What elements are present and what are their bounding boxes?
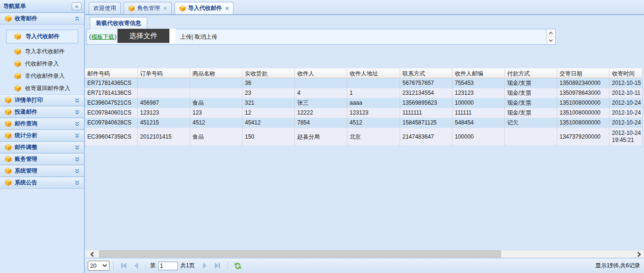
tab-close-icon[interactable]: ×: [226, 5, 229, 12]
table-body: ER717814365CS365676757657755453现金/支票1350…: [85, 78, 643, 146]
column-header[interactable]: 收寄时间: [610, 68, 643, 78]
total-pages-label: 共1页: [180, 262, 195, 270]
next-page-button[interactable]: [201, 261, 210, 271]
sidebar-section-8[interactable]: 系统公告: [0, 177, 84, 189]
table-cell: EC396047358CS: [85, 128, 138, 146]
refresh-button[interactable]: [233, 261, 243, 271]
table-row[interactable]: EC396047358CS2012101415食品150赵县分局北京214748…: [85, 128, 643, 146]
section-label: 系统公告: [15, 179, 37, 187]
section-label: 系统管理: [15, 167, 37, 175]
sidebar-item-label: 代收邮件录入: [25, 60, 59, 68]
spin-up-button[interactable]: [547, 30, 555, 37]
sidebar-section-0[interactable]: 收寄邮件: [0, 13, 84, 25]
section-label: 统计分析: [15, 132, 37, 140]
sidebar-section-2[interactable]: 投递邮件: [0, 106, 84, 118]
horizontal-scrollbar[interactable]: [85, 250, 644, 257]
table-cell: 1351008000000: [557, 108, 610, 118]
sidebar-item[interactable]: 代收邮件录入: [0, 58, 84, 70]
choose-file-button[interactable]: 选择文件: [117, 29, 169, 43]
column-header[interactable]: 交寄日期: [557, 68, 610, 78]
table-cell: 现金/支票: [505, 88, 557, 98]
template-download-link[interactable]: 模板下载: [92, 33, 114, 41]
column-header[interactable]: 邮件号码: [85, 68, 138, 78]
chevron-double-down-icon: [74, 180, 80, 186]
sidebar-section-4[interactable]: 统计分析: [0, 130, 84, 141]
last-page-button[interactable]: [213, 261, 222, 271]
package-icon: [5, 15, 12, 22]
table-cell: [347, 78, 400, 88]
sidebar-section-5[interactable]: 邮件调整: [0, 141, 84, 153]
spin-down-button[interactable]: [547, 37, 555, 44]
column-header[interactable]: 实收货款: [243, 68, 295, 78]
package-icon: [5, 120, 12, 127]
table-cell: 2012-10-24 19:45:21: [610, 128, 643, 146]
package-icon: [14, 85, 21, 92]
section-label: 账务管理: [15, 155, 37, 163]
sidebar-section-3[interactable]: 邮件查询: [0, 118, 84, 130]
sidebar-section-1[interactable]: 详情单打印: [0, 94, 84, 106]
scroll-right-button[interactable]: [635, 250, 643, 258]
sidebar-header: 导航菜单 «: [0, 0, 84, 13]
file-input-field[interactable]: [169, 29, 176, 43]
table-cell: 1350892340000: [557, 78, 610, 88]
page-prefix-label: 第: [150, 262, 156, 270]
column-header[interactable]: 收件人地址: [347, 68, 400, 78]
table-row[interactable]: EC097840628CS451215451245412785445121584…: [85, 118, 643, 128]
tab-close-icon[interactable]: ×: [163, 5, 167, 12]
sidebar-collapse-button[interactable]: «: [72, 2, 82, 10]
cancel-upload-link[interactable]: 取消上传: [194, 33, 217, 40]
page-size-select[interactable]: 20: [88, 261, 109, 271]
column-header[interactable]: 商品名称: [190, 68, 243, 78]
tab-1[interactable]: 角色管理 ×: [124, 2, 172, 14]
tab-2[interactable]: 导入代收邮件 ×: [175, 2, 234, 14]
package-icon: [5, 144, 12, 151]
table-cell: 1347379200000: [557, 128, 610, 146]
table-row[interactable]: ER717814365CS365676757657755453现金/支票1350…: [85, 78, 643, 88]
scroll-left-button[interactable]: [88, 250, 96, 258]
table-row[interactable]: EC396047521CS456987食品321张三aaaa1356989562…: [85, 98, 643, 108]
chevron-double-down-icon: [74, 132, 80, 139]
load-info-button[interactable]: 装载代收收寄信息: [90, 17, 147, 30]
table-cell: 100000: [452, 98, 505, 108]
table-cell: 1350978643000: [557, 88, 610, 98]
table-row[interactable]: EC097840601CS123123123121222212312311111…: [85, 108, 643, 118]
section-label: 详情单打印: [15, 96, 43, 104]
sidebar-item[interactable]: 非代收邮件录入: [0, 70, 84, 82]
content-area: 装载代收收寄信息 ( 模板下载 ) 选择文件 上传| 取消上传: [85, 15, 644, 273]
sidebar-item[interactable]: 导入非代收邮件: [0, 45, 84, 58]
page-number-input[interactable]: [158, 262, 178, 270]
toolbar-divider: [227, 262, 228, 270]
column-header[interactable]: 收件人: [295, 68, 347, 78]
table-cell: [505, 128, 557, 146]
record-summary: 显示1到6,共6记录: [595, 262, 640, 270]
table-cell: 12: [243, 108, 295, 118]
sidebar-section-body: 导入代收邮件 导入非代收邮件 代收邮件录入 非代收邮件录入 收寄退回邮件录入: [0, 25, 84, 94]
upload-link[interactable]: 上传: [180, 33, 192, 40]
table-cell: 5676757657: [400, 78, 452, 88]
table-cell: [295, 78, 347, 88]
table-cell: 2012-10-24: [610, 118, 643, 128]
sidebar-section-7[interactable]: 系统管理: [0, 165, 84, 177]
table-cell: 123: [190, 108, 243, 118]
table-cell: 1111111: [400, 108, 452, 118]
table-row[interactable]: ER717814136CS23412312134554123123现金/支票13…: [85, 88, 643, 98]
toolbar-divider: [113, 262, 114, 270]
table-cell: 123123: [347, 108, 400, 118]
section-label: 邮件查询: [15, 120, 37, 128]
sidebar-section-6[interactable]: 账务管理: [0, 153, 84, 165]
first-page-button[interactable]: [119, 261, 128, 271]
section-label: 投递邮件: [15, 108, 37, 116]
sidebar-item-label: 导入非代收邮件: [25, 48, 65, 56]
scrollbar-thumb[interactable]: [99, 250, 501, 257]
chevron-double-down-icon: [74, 144, 80, 150]
column-header[interactable]: 付款方式: [505, 68, 557, 78]
prev-page-button[interactable]: [131, 261, 141, 271]
column-header[interactable]: 收件人邮编: [452, 68, 505, 78]
sidebar-item[interactable]: 导入代收邮件: [6, 30, 78, 43]
column-header[interactable]: 订单号码: [138, 68, 190, 78]
table-header-row: 邮件号码订单号码商品名称实收货款收件人收件人地址联系方式收件人邮编付款方式交寄日…: [85, 68, 643, 78]
table-cell: 123123: [452, 88, 505, 98]
sidebar-item[interactable]: 收寄退回邮件录入: [0, 82, 84, 94]
tab-0[interactable]: 欢迎使用: [89, 2, 121, 14]
column-header[interactable]: 联系方式: [400, 68, 452, 78]
